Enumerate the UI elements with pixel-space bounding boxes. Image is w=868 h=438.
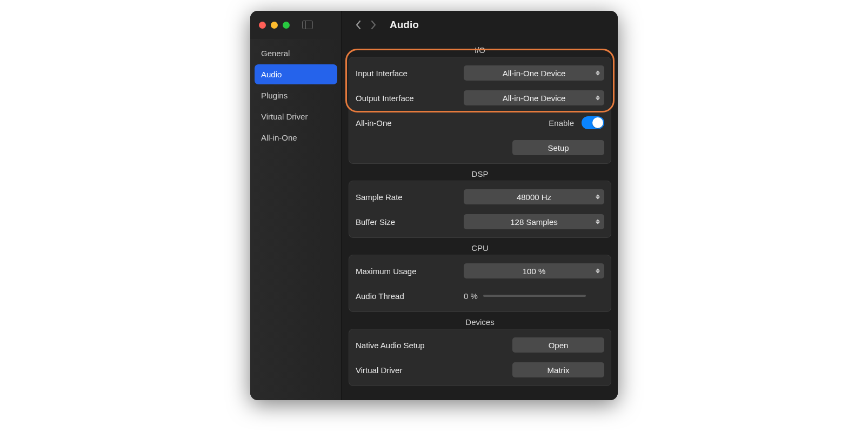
select-value: 48000 Hz — [517, 193, 551, 202]
button-label: Matrix — [547, 366, 570, 375]
select-value: 100 % — [523, 267, 546, 276]
close-icon[interactable] — [259, 22, 266, 29]
sidebar-item-label: Virtual Driver — [261, 112, 308, 121]
sidebar-item-audio[interactable]: Audio — [255, 64, 337, 84]
select-value: All-in-One Device — [503, 69, 566, 78]
chevron-right-icon — [370, 20, 377, 30]
updown-icon — [596, 195, 600, 200]
titlebar: Audio — [250, 11, 618, 39]
row-virtual-driver: Virtual Driver Matrix — [356, 357, 604, 382]
sidebar: General Audio Plugins Virtual Driver All… — [250, 39, 342, 400]
panel-dsp: Sample Rate 48000 Hz Buffer Size 128 Sam… — [349, 181, 611, 238]
nav-forward-button[interactable] — [366, 17, 381, 32]
section-title-dsp: DSP — [342, 169, 618, 178]
sidebar-item-plugins[interactable]: Plugins — [255, 85, 337, 105]
row-native-audio-setup: Native Audio Setup Open — [356, 333, 604, 357]
sidebar-item-label: Plugins — [261, 91, 288, 100]
toggle-all-in-one[interactable] — [582, 116, 604, 129]
row-input-interface: Input Interface All-in-One Device — [356, 61, 604, 85]
virtual-driver-matrix-button[interactable]: Matrix — [512, 362, 604, 377]
audio-thread-value: 0 % — [464, 291, 478, 301]
select-value: 128 Samples — [510, 217, 558, 227]
label-audio-thread: Audio Thread — [356, 291, 456, 301]
label-native-audio-setup: Native Audio Setup — [356, 341, 505, 350]
zoom-icon[interactable] — [283, 22, 290, 29]
select-sample-rate[interactable]: 48000 Hz — [464, 189, 604, 204]
section-title-io: I/O — [342, 45, 618, 55]
updown-icon — [596, 220, 600, 224]
open-native-audio-button[interactable]: Open — [512, 337, 604, 353]
row-sample-rate: Sample Rate 48000 Hz — [356, 184, 604, 209]
button-label: Setup — [547, 143, 569, 152]
sidebar-item-label: All-in-One — [261, 133, 297, 142]
titlebar-left — [250, 11, 342, 39]
updown-icon — [596, 269, 600, 274]
section-title-devices: Devices — [342, 317, 618, 327]
chevron-left-icon — [355, 20, 362, 30]
label-enable: Enable — [549, 118, 574, 128]
select-output-interface[interactable]: All-in-One Device — [464, 90, 604, 105]
label-output-interface: Output Interface — [356, 94, 456, 103]
row-max-usage: Maximum Usage 100 % — [356, 258, 604, 283]
label-all-in-one: All-in-One — [356, 118, 456, 128]
minimize-icon[interactable] — [271, 22, 278, 29]
row-audio-thread: Audio Thread 0 % — [356, 283, 604, 308]
audio-thread-meter — [483, 295, 586, 297]
sidebar-item-label: General — [261, 49, 290, 58]
label-max-usage: Maximum Usage — [356, 267, 456, 276]
setup-button[interactable]: Setup — [512, 140, 604, 155]
content: I/O Input Interface All-in-One Device Ou… — [342, 39, 618, 400]
updown-icon — [596, 71, 600, 76]
select-max-usage[interactable]: 100 % — [464, 263, 604, 278]
select-buffer-size[interactable]: 128 Samples — [464, 214, 604, 229]
row-setup: Setup — [356, 135, 604, 160]
nav-back-button[interactable] — [351, 17, 366, 32]
titlebar-right: Audio — [342, 11, 618, 39]
button-label: Open — [549, 341, 569, 350]
page-title: Audio — [390, 19, 419, 31]
row-buffer-size: Buffer Size 128 Samples — [356, 209, 604, 234]
label-buffer-size: Buffer Size — [356, 217, 456, 227]
label-virtual-driver: Virtual Driver — [356, 366, 505, 375]
preferences-window: Audio General Audio Plugins Virtual Driv… — [250, 11, 618, 400]
sidebar-item-virtual-driver[interactable]: Virtual Driver — [255, 107, 337, 127]
sidebar-item-general[interactable]: General — [255, 43, 337, 63]
panel-devices: Native Audio Setup Open Virtual Driver M… — [349, 329, 611, 386]
sidebar-item-all-in-one[interactable]: All-in-One — [255, 128, 337, 148]
panel-cpu: Maximum Usage 100 % Audio Thread 0 % — [349, 255, 611, 312]
panel-io: Input Interface All-in-One Device Output… — [349, 57, 611, 164]
select-value: All-in-One Device — [503, 94, 566, 103]
sidebar-item-label: Audio — [261, 70, 282, 79]
section-title-cpu: CPU — [342, 243, 618, 253]
label-input-interface: Input Interface — [356, 69, 456, 78]
body: General Audio Plugins Virtual Driver All… — [250, 39, 618, 400]
label-sample-rate: Sample Rate — [356, 193, 456, 202]
row-all-in-one: All-in-One Enable — [356, 110, 604, 135]
select-input-interface[interactable]: All-in-One Device — [464, 65, 604, 81]
row-output-interface: Output Interface All-in-One Device — [356, 85, 604, 110]
sidebar-toggle-icon[interactable] — [302, 21, 313, 29]
updown-icon — [596, 96, 600, 101]
